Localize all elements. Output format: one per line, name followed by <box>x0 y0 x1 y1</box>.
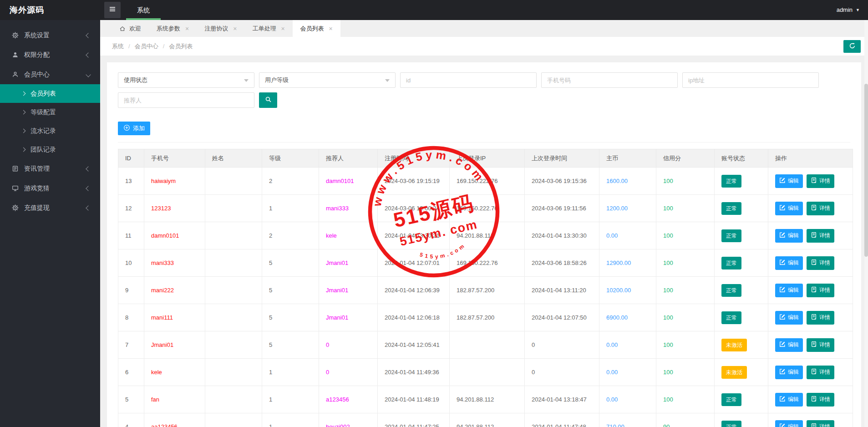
sidebar-item-5[interactable]: 充值提现 <box>0 198 100 218</box>
cell-referrer[interactable]: damn0101 <box>319 168 378 195</box>
edit-button[interactable]: 编辑 <box>775 366 803 379</box>
cell-phone[interactable]: haiwaiym <box>144 168 205 195</box>
cell-phone[interactable]: mani333 <box>144 249 205 277</box>
detail-button[interactable]: 详情 <box>807 284 834 297</box>
cell-operations: 编辑详情 <box>768 277 853 304</box>
cell-phone[interactable]: 123123 <box>144 195 205 222</box>
cell-phone[interactable]: mani222 <box>144 277 205 304</box>
sidebar-subitem-3[interactable]: 团队记录 <box>0 140 100 159</box>
detail-button[interactable]: 详情 <box>807 338 834 352</box>
cell-coin[interactable]: 0.00 <box>599 222 656 249</box>
cell-referrer[interactable]: a123456 <box>319 386 378 413</box>
cell-phone[interactable]: Jmani01 <box>144 331 205 359</box>
detail-button-label: 详情 <box>819 423 830 427</box>
detail-button[interactable]: 详情 <box>807 202 834 215</box>
status-badge: 正常 <box>721 421 741 427</box>
sidebar-item-4[interactable]: 游戏竞猜 <box>0 178 100 198</box>
cell-coin[interactable]: 0.00 <box>599 386 656 413</box>
cell-name <box>205 331 262 359</box>
news-icon <box>11 165 19 173</box>
cell-referrer[interactable]: 0 <box>319 331 378 359</box>
cell-coin[interactable]: 0.00 <box>599 359 656 386</box>
id-input[interactable] <box>400 72 537 88</box>
sidebar-item-0[interactable]: 系统设置 <box>0 25 100 45</box>
level-select[interactable]: 用户等级 <box>259 72 396 88</box>
breadcrumb-item-1[interactable]: 会员中心 <box>135 43 158 50</box>
detail-button[interactable]: 详情 <box>807 256 834 270</box>
cell-referrer[interactable]: Jmani01 <box>319 249 378 277</box>
cell-phone[interactable]: kele <box>144 359 205 386</box>
detail-icon <box>811 368 817 376</box>
cell-coin[interactable]: 12900.00 <box>599 249 656 277</box>
add-button[interactable]: 添加 <box>118 122 150 135</box>
tab-label: 欢迎 <box>129 25 141 33</box>
detail-icon <box>811 204 817 212</box>
edit-button[interactable]: 编辑 <box>775 202 803 215</box>
cell-referrer[interactable]: houzi002 <box>319 413 378 427</box>
sidebar-item-3[interactable]: 资讯管理 <box>0 159 100 178</box>
edit-button[interactable]: 编辑 <box>775 393 803 407</box>
cell-coin[interactable]: 1200.00 <box>599 195 656 222</box>
edit-button[interactable]: 编辑 <box>775 311 803 325</box>
detail-button[interactable]: 详情 <box>807 229 834 243</box>
tab-close-icon[interactable]: × <box>185 25 189 32</box>
cell-status: 未激活 <box>715 359 768 386</box>
cell-coin[interactable]: 10200.00 <box>599 277 656 304</box>
cell-phone[interactable]: mani111 <box>144 304 205 331</box>
tab-close-icon[interactable]: × <box>281 25 284 32</box>
sidebar-item-1[interactable]: 权限分配 <box>0 45 100 65</box>
referrer-input[interactable] <box>118 92 254 108</box>
edit-button[interactable]: 编辑 <box>775 256 803 270</box>
tab-0[interactable]: 欢迎 <box>112 20 149 37</box>
tab-4[interactable]: 会员列表× <box>293 20 340 37</box>
tab-close-icon[interactable]: × <box>329 25 333 32</box>
cell-coin[interactable]: 6900.00 <box>599 304 656 331</box>
edit-button[interactable]: 编辑 <box>775 174 803 188</box>
sidebar-subitem-1[interactable]: 等级配置 <box>0 103 100 122</box>
detail-button[interactable]: 详情 <box>807 420 834 427</box>
cell-credit: 100 <box>656 168 715 195</box>
refresh-button[interactable] <box>843 40 861 53</box>
detail-button[interactable]: 详情 <box>807 311 834 325</box>
cell-referrer[interactable]: kele <box>319 222 378 249</box>
sidebar-item-2[interactable]: 会员中心 <box>0 65 100 84</box>
detail-button[interactable]: 详情 <box>807 174 834 188</box>
ip-input[interactable] <box>682 72 819 88</box>
cell-referrer[interactable]: Jmani01 <box>319 304 378 331</box>
status-select[interactable]: 使用状态 <box>118 72 254 88</box>
user-menu[interactable]: admin▼ <box>837 0 860 20</box>
edit-button[interactable]: 编辑 <box>775 338 803 352</box>
cell-phone[interactable]: aa123456 <box>144 413 205 427</box>
cell-name <box>205 222 262 249</box>
detail-button[interactable]: 详情 <box>807 393 834 407</box>
sidebar-subitem-2[interactable]: 流水记录 <box>0 122 100 140</box>
cell-referrer[interactable]: 0 <box>319 359 378 386</box>
edit-button[interactable]: 编辑 <box>775 229 803 243</box>
sidebar-item-label: 会员中心 <box>24 71 50 79</box>
cell-level: 2 <box>262 168 319 195</box>
tab-3[interactable]: 工单处理× <box>244 20 292 37</box>
tab-1[interactable]: 系统参数× <box>149 20 197 37</box>
breadcrumb-item-2[interactable]: 会员列表 <box>169 43 193 50</box>
cell-referrer[interactable]: Jmani01 <box>319 277 378 304</box>
tab-2[interactable]: 注册协议× <box>197 20 244 37</box>
cell-coin[interactable]: 0.00 <box>599 331 656 359</box>
edit-button[interactable]: 编辑 <box>775 420 803 427</box>
tab-close-icon[interactable]: × <box>233 25 237 32</box>
search-button[interactable] <box>259 92 277 108</box>
cell-phone[interactable]: fan <box>144 386 205 413</box>
phone-input[interactable] <box>541 72 678 88</box>
hamburger-menu-button[interactable] <box>104 2 121 18</box>
edit-button[interactable]: 编辑 <box>775 284 803 297</box>
cell-reg-time: 2024-01-04 12:07:01 <box>378 249 450 277</box>
sidebar-subitem-0[interactable]: 会员列表 <box>0 84 100 103</box>
column-header-8: 主币 <box>599 149 656 168</box>
cell-coin[interactable]: 710.00 <box>599 413 656 427</box>
detail-button[interactable]: 详情 <box>807 366 834 379</box>
scrollbar-thumb[interactable] <box>864 84 868 257</box>
cell-referrer[interactable]: mani333 <box>319 195 378 222</box>
topnav-system[interactable]: 系统 <box>126 0 161 20</box>
cell-phone[interactable]: damn0101 <box>144 222 205 249</box>
cell-coin[interactable]: 1600.00 <box>599 168 656 195</box>
breadcrumb-item-0[interactable]: 系统 <box>112 43 124 50</box>
